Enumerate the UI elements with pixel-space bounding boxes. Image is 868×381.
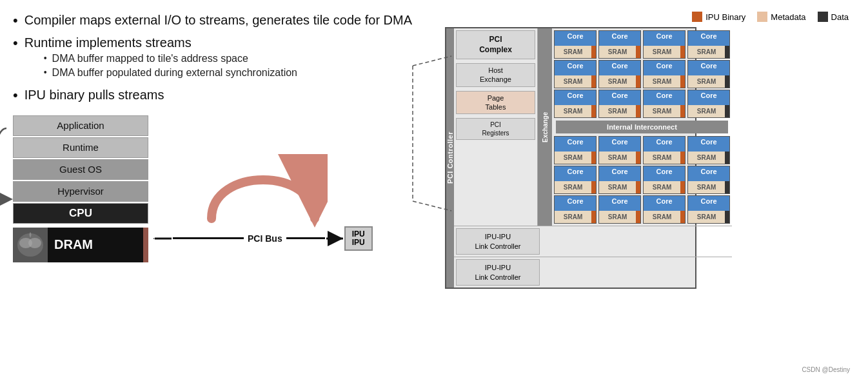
stack-application: Application [13,115,148,136]
core-grid-top: Core SRAM Core SRAM [552,28,732,226]
core-cell-2-4: Core SRAM [687,60,730,88]
ipu-ipu-link-1: IPU-IPULink Controller [456,228,540,255]
pci-bus-line [173,237,244,239]
core-cell-1-4: Core SRAM [687,30,730,59]
core-label: Core [555,31,596,46]
core-row-4: Core SRAM Core SRAM [554,136,730,164]
dram-box: DRAM [13,228,148,262]
ipu-ipu-row-2: IPU-IPULink Controller [454,257,732,288]
core-cell-2-2: Core SRAM [598,60,641,88]
legend-data-color [818,12,828,22]
core-cell-3-2: Core SRAM [598,90,641,118]
stack-cpu: CPU [13,203,148,224]
dram-image [13,228,48,262]
core-row-5: Core SRAM Core SRAM [554,166,730,194]
legend-metadata: Metadata [757,12,805,22]
stack-guestos: Guest OS [13,159,148,180]
legend: IPU Binary Metadata Data [445,12,855,22]
core-row-1: Core SRAM Core SRAM [554,30,730,59]
sub-bullet-1: DMA buffer mapped to tile's address spac… [44,52,297,66]
exchange-label: Exchange [538,28,552,226]
stack-left-arrows [0,122,14,212]
host-exchange-box: HostExchange [456,63,535,87]
legend-data: Data [818,12,849,22]
stack-diagram: Application Runtime Guest OS Hypervisor … [13,115,148,225]
sub-bullet-list: DMA buffer mapped to tile's address spac… [44,52,297,81]
stack-hypervisor: Hypervisor [13,181,148,202]
ipu-diagram-container: PCI Controller PCIComplex HostExchange P… [445,27,855,289]
legend-ipu-binary: IPU Binary [692,12,745,22]
pci-bus-label: PCI Bus [248,233,282,244]
core-cell-3-3: Core SRAM [643,90,686,118]
pci-registers-box: PCIRegisters [456,118,535,140]
svg-point-2 [28,238,41,248]
core-cell-1-2: Core SRAM [598,30,641,59]
pci-left-arrow [153,231,173,246]
stack-runtime: Runtime [13,137,148,158]
ipu-node: IPU IPU [344,226,373,251]
pci-bus-line-r [286,237,325,239]
core-cell-1-1: Core SRAM [554,30,597,59]
ipu-ipu-row-1: IPU-IPULink Controller [454,226,732,257]
bullet-2: Runtime implements streams DMA buffer ma… [13,34,439,83]
core-row-3: Core SRAM Core SRAM [554,90,730,118]
core-cell-1-3: Core SRAM [643,30,686,59]
core-cell-2-1: Core SRAM [554,60,597,88]
bullet-1: Compiler maps external I/O to streams, g… [13,12,439,30]
core-label: Core [644,31,685,46]
pci-complex-box: PCIComplex [456,30,535,59]
right-panel: IPU Binary Metadata Data [439,12,855,375]
interconnect-label: Internal Interconnect [556,121,728,133]
diagram-area: Application Runtime Guest OS Hypervisor … [13,115,439,262]
ipu-left-boxes: PCIComplex HostExchange PageTables PCIRe… [454,28,538,226]
core-row-6: Core SRAM Core SRAM [554,195,730,224]
bullet-3: IPU binary pulls streams [13,86,439,105]
ipu-top-section: PCIComplex HostExchange PageTables PCIRe… [454,28,732,226]
legend-metadata-color [757,12,767,22]
core-cell-3-4: Core SRAM [687,90,730,118]
pci-arc-arrow [199,154,328,231]
ipu-inner: PCIComplex HostExchange PageTables PCIRe… [454,28,732,288]
sub-bullet-2: DMA buffer populated during external syn… [44,66,297,80]
ipu-ipu-link-2: IPU-IPULink Controller [456,259,540,286]
bullet-list: Compiler maps external I/O to streams, g… [13,12,439,109]
watermark: CSDN @Destiny [802,366,850,373]
pci-right-arrow [325,231,344,246]
legend-ipu-binary-color [692,12,702,22]
core-label: Core [599,31,640,46]
ipu-diagram: PCI Controller PCIComplex HostExchange P… [445,27,696,289]
pci-controller-label: PCI Controller [446,28,454,288]
page-tables-box: PageTables [456,91,535,115]
main-container: Compiler maps external I/O to streams, g… [0,0,868,381]
left-panel: Compiler maps external I/O to streams, g… [13,12,439,375]
core-cell-3-1: Core SRAM [554,90,597,118]
core-row-2: Core SRAM Core SRAM [554,60,730,88]
core-label: Core [688,31,729,46]
core-cell-2-3: Core SRAM [643,60,686,88]
